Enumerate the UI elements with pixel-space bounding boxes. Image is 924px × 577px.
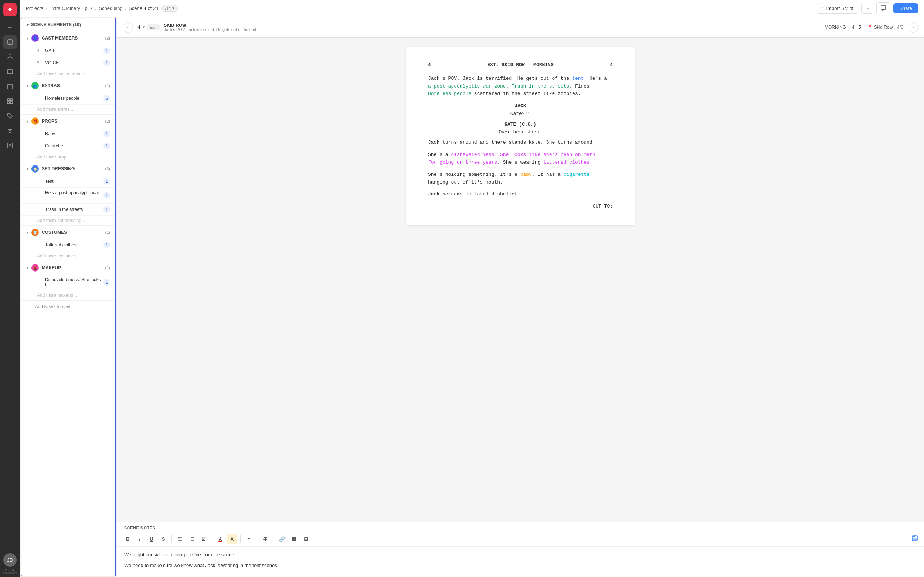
notes-content[interactable]: We might consider removing the fire from… xyxy=(117,547,924,577)
chevron-down-icon: ▾ xyxy=(172,6,174,11)
set-item-trash[interactable]: Trash in the streets 1 xyxy=(21,203,115,216)
add-extras-button[interactable]: Add more extras... xyxy=(21,105,115,114)
check-list-button[interactable]: ☑ xyxy=(199,534,209,544)
clear-format-button[interactable]: T̶ xyxy=(260,534,271,544)
highlight-button[interactable]: A xyxy=(227,534,237,544)
set-dressing-chevron-icon: ▾ xyxy=(27,167,29,171)
makeup-header[interactable]: ▾ 💄 MAKEUP (1) xyxy=(21,261,115,274)
action-line-3: She's a disheveled mess. She looks like … xyxy=(428,151,613,167)
chevron-down-icon: ▾ xyxy=(27,22,29,27)
nav-book-icon[interactable] xyxy=(3,139,17,152)
cast-chevron-icon: ▾ xyxy=(27,36,29,40)
nav-home-icon[interactable]: ← xyxy=(3,21,17,34)
scene-next-button[interactable]: › xyxy=(908,22,918,32)
cast-item-gail[interactable]: 4 GAIL 1 xyxy=(21,45,115,57)
action-line-1: Jack's POV. Jack is terrified. He gets o… xyxy=(428,75,613,98)
props-title: PROPS xyxy=(42,119,102,124)
nav-scenes-icon[interactable] xyxy=(3,65,17,78)
costumes-header[interactable]: ▾ 👕 COSTUMES (1) xyxy=(21,226,115,239)
extras-header[interactable]: ▾ 👥 EXTRAS (1) xyxy=(21,79,115,92)
action-line-4: She's holding something. It's a baby. It… xyxy=(428,171,613,187)
makeup-count: (1) xyxy=(105,266,110,270)
table-button[interactable]: ⊞ xyxy=(300,534,311,544)
props-icon: 🎁 xyxy=(31,118,39,125)
strikethrough-button[interactable]: S xyxy=(158,534,168,544)
import-script-button[interactable]: ↑ Import Script xyxy=(817,3,858,14)
extras-item-homeless[interactable]: Homeless people 5 xyxy=(21,92,115,105)
set-dressing-icon: 🏠 xyxy=(31,165,39,172)
nav-calendar-icon[interactable] xyxy=(3,80,17,93)
app-logo[interactable] xyxy=(3,3,17,16)
plus-icon: + xyxy=(27,305,29,309)
set-item-post-apocalyptic[interactable]: He's a post-apocalyptic war ... 1 xyxy=(21,188,115,203)
breadcrumb-projects[interactable]: Projects xyxy=(26,6,43,11)
cast-members-group: ▾ 👤 CAST MEMBERS (2) 4 GAIL 1 5 VOICE 1 xyxy=(21,31,115,79)
props-header[interactable]: ▾ 🎁 PROPS (2) xyxy=(21,114,115,128)
scene-elements-panel: ▾ SCENE ELEMENTS (10) ▾ 👤 CAST MEMBERS (… xyxy=(21,18,116,576)
breadcrumb-sep-3: › xyxy=(125,6,126,11)
scene-number-chevron: ▾ xyxy=(143,25,145,29)
bullet-list-button[interactable] xyxy=(187,534,197,544)
scene-notes-area: SCENE NOTES B I U S 123 ☑ A A xyxy=(117,522,924,577)
share-button[interactable]: Share xyxy=(893,3,918,13)
svg-text:3: 3 xyxy=(178,539,179,541)
user-avatar[interactable]: JD xyxy=(3,553,17,567)
font-color-button[interactable]: A xyxy=(215,534,225,544)
makeup-item-disheveled[interactable]: Disheveled mess. She looks l... 1 xyxy=(21,274,115,290)
makeup-title: MAKEUP xyxy=(42,265,102,271)
toolbar-separator-5 xyxy=(273,535,274,543)
scene-ext-tag: EXT xyxy=(147,24,159,30)
svg-point-31 xyxy=(190,538,191,539)
comment-button[interactable] xyxy=(876,2,890,15)
character-jack: JACK xyxy=(428,102,613,110)
ordered-list-button[interactable]: 123 xyxy=(175,534,185,544)
nav-tag-icon[interactable] xyxy=(3,110,17,122)
costume-item-tattered[interactable]: Tattered clothes 1 xyxy=(21,239,115,251)
add-set-dressing-button[interactable]: Add more set dressing... xyxy=(21,216,115,225)
add-new-element-button[interactable]: + + Add New Element... xyxy=(21,300,115,313)
cast-members-header[interactable]: ▾ 👤 CAST MEMBERS (2) xyxy=(21,31,115,45)
save-button[interactable] xyxy=(911,535,918,543)
scene-strip: ‹ 4 ▾ EXT SKID ROW Jack's POV. Jack is t… xyxy=(117,17,924,38)
image-button[interactable]: 🖼 xyxy=(289,534,299,544)
version-badge[interactable]: v11 ▾ xyxy=(161,5,178,12)
add-makeup-button[interactable]: Add more makeup... xyxy=(21,290,115,300)
scene-num-right: 4 xyxy=(610,61,613,69)
upload-icon: ↑ xyxy=(822,6,824,11)
nav-grid-icon[interactable] xyxy=(3,95,17,108)
cast-item-voice[interactable]: 5 VOICE 1 xyxy=(21,57,115,69)
add-costumes-button[interactable]: Add more costumes... xyxy=(21,251,115,261)
dialogue-kate: Over here Jack. xyxy=(465,129,576,136)
set-dressing-group: ▾ 🏠 SET DRESSING (3) Tent 1 He's a post-… xyxy=(21,162,115,226)
svg-rect-14 xyxy=(10,98,13,101)
underline-button[interactable]: U xyxy=(146,534,157,544)
set-dressing-header[interactable]: ▾ 🏠 SET DRESSING (3) xyxy=(21,162,115,176)
bold-button[interactable]: B xyxy=(123,534,133,544)
icon-sidebar: ← JD Made ByLeanometry xyxy=(0,0,20,577)
makeup-icon: 💄 xyxy=(31,264,39,271)
nav-filter-icon[interactable] xyxy=(3,124,17,137)
nav-users-icon[interactable] xyxy=(3,50,17,63)
props-item-baby[interactable]: Baby 1 xyxy=(21,128,115,140)
scene-title: SKID ROW xyxy=(164,23,820,27)
more-options-button[interactable]: ··· xyxy=(861,3,873,14)
breadcrumb-scheduling[interactable]: Scheduling xyxy=(99,6,122,11)
breadcrumb-show[interactable]: Extra Ordinary Ep. 2 xyxy=(49,6,93,11)
set-dressing-count: (3) xyxy=(105,167,110,171)
svg-rect-16 xyxy=(10,102,13,104)
link-button[interactable]: 🔗 xyxy=(277,534,287,544)
toolbar-separator-4 xyxy=(257,535,257,543)
italic-button[interactable]: I xyxy=(134,534,145,544)
scene-info: 4 ▾ EXT SKID ROW Jack's POV. Jack is ter… xyxy=(133,23,908,32)
scene-location: 📍 Skid Row xyxy=(867,25,893,30)
costumes-count: (1) xyxy=(105,230,110,235)
scene-prev-button[interactable]: ‹ xyxy=(123,22,133,32)
props-item-cigarette[interactable]: Cigarette 1 xyxy=(21,140,115,152)
nav-script-icon[interactable] xyxy=(3,35,17,49)
dialogue-jack: Kate?!? xyxy=(465,110,576,118)
add-props-button[interactable]: Add more props... xyxy=(21,152,115,162)
script-area[interactable]: 4 EXT. SKID ROW – MORNING 4 Jack's POV. … xyxy=(117,38,924,522)
set-item-tent[interactable]: Tent 1 xyxy=(21,176,115,188)
align-button[interactable]: ≡ xyxy=(244,534,254,544)
add-cast-button[interactable]: Add more cast members... xyxy=(21,69,115,79)
